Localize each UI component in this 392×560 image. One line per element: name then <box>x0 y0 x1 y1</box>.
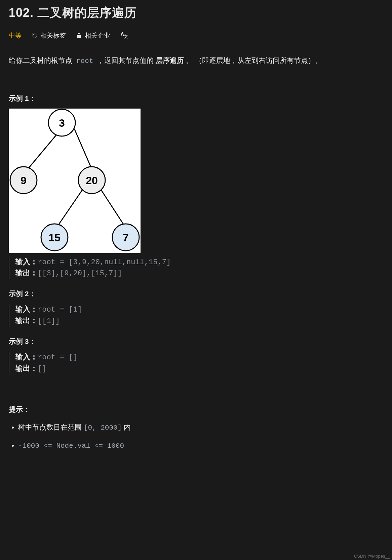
companies-label: 相关企业 <box>85 31 110 40</box>
svg-text:20: 20 <box>86 174 98 187</box>
companies-link[interactable]: 相关企业 <box>76 31 110 40</box>
example-1-block: 输入：root = [3,9,20,null,null,15,7] 输出：[[3… <box>9 256 383 279</box>
hint-item: -1000 <= Node.val <= 1000 <box>18 439 383 452</box>
difficulty-badge: 中等 <box>9 31 22 40</box>
tags-label: 相关标签 <box>40 31 66 40</box>
svg-text:3: 3 <box>59 117 65 129</box>
translate-icon: A文 <box>120 32 128 39</box>
hints-section: 提示： 树中节点数目在范围 [0, 2000] 内 -1000 <= Node.… <box>9 405 383 452</box>
tree-diagram: 3 9 20 15 7 <box>9 109 141 253</box>
tags-link[interactable]: 相关标签 <box>32 31 66 40</box>
lock-icon <box>76 33 82 39</box>
problem-description: 给你二叉树的根节点 root ，返回其节点值的 层序遍历 。 （即逐层地，从左到… <box>9 55 383 67</box>
svg-line-1 <box>74 129 92 169</box>
svg-line-2 <box>57 186 85 226</box>
svg-text:7: 7 <box>123 232 129 244</box>
svg-line-0 <box>24 129 62 174</box>
hints-head: 提示： <box>9 405 383 414</box>
hint-item: 树中节点数目在范围 [0, 2000] 内 <box>18 421 383 434</box>
example-1-head: 示例 1： <box>9 94 383 103</box>
example-2-head: 示例 2： <box>9 289 383 298</box>
problem-title: 102. 二叉树的层序遍历 <box>9 5 383 21</box>
example-3-block: 输入：root = [] 输出：[] <box>9 352 383 374</box>
meta-row: 中等 相关标签 相关企业 A文 <box>9 31 383 40</box>
example-2-block: 输入：root = [1] 输出：[[1]] <box>9 304 383 327</box>
tag-icon <box>32 33 38 39</box>
example-3-head: 示例 3： <box>9 337 383 346</box>
svg-text:9: 9 <box>21 174 27 187</box>
svg-text:15: 15 <box>48 232 61 244</box>
code-root: root <box>74 57 95 65</box>
translate-button[interactable]: A文 <box>120 32 128 39</box>
watermark: CSDN @Mopes__ <box>354 554 390 559</box>
svg-line-3 <box>99 186 125 226</box>
